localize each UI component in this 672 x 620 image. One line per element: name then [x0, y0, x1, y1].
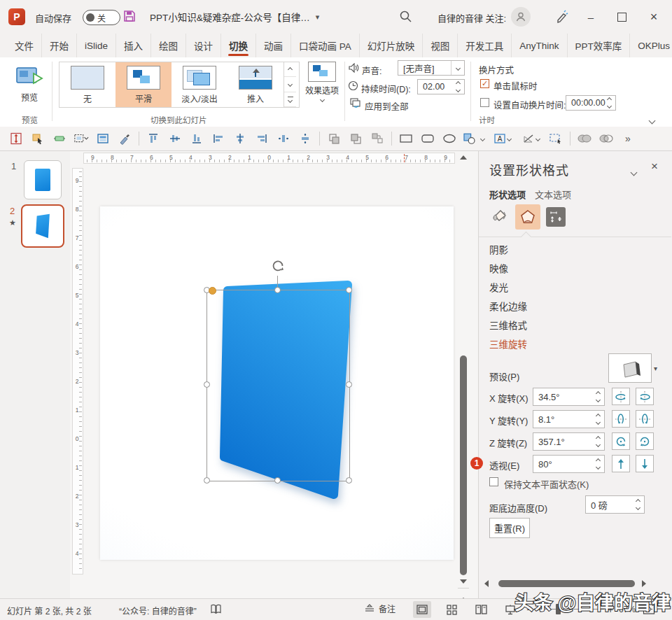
- tab-view[interactable]: 视图: [423, 34, 458, 57]
- reset-button[interactable]: 重置(R): [489, 518, 530, 538]
- y-rotate-down-button[interactable]: [636, 410, 654, 428]
- on-click-label[interactable]: 单击鼠标时: [493, 79, 538, 92]
- x-rotate-right-button[interactable]: [636, 388, 654, 405]
- bring-forward-icon[interactable]: [326, 131, 342, 146]
- format-painter-icon[interactable]: [117, 131, 132, 146]
- text-box-icon[interactable]: A: [491, 131, 513, 146]
- panel-close-icon[interactable]: ×: [651, 160, 658, 174]
- select-object-icon[interactable]: [30, 131, 46, 146]
- section-3d-format[interactable]: 三维格式: [489, 318, 527, 332]
- duration-spinbox[interactable]: 02.00: [417, 79, 465, 94]
- distance-spinner[interactable]: [634, 496, 642, 513]
- tab-insert[interactable]: 插入: [116, 34, 151, 57]
- maximize-button[interactable]: [606, 0, 637, 34]
- more-tools-icon[interactable]: »: [620, 131, 636, 146]
- tab-ppt-library[interactable]: PPT效率库: [568, 34, 631, 57]
- panel-scroll-right-icon[interactable]: [642, 580, 646, 587]
- section-3d-rotation-active[interactable]: 三维旋转: [489, 337, 527, 351]
- size-properties-icon[interactable]: [546, 207, 566, 227]
- gallery-scroll-up[interactable]: [284, 62, 296, 77]
- auto-advance-spinner[interactable]: [605, 96, 613, 110]
- perspective-spinner[interactable]: [594, 456, 602, 472]
- avatar[interactable]: [511, 7, 531, 27]
- merge-shapes-union-icon[interactable]: [577, 131, 592, 146]
- z-rotation-spinner[interactable]: [594, 433, 602, 450]
- preset-preview-button[interactable]: [608, 353, 652, 383]
- close-button[interactable]: ×: [638, 0, 669, 34]
- panel-scroll-left-icon[interactable]: [484, 580, 489, 587]
- z-rotate-cw-button[interactable]: [636, 432, 654, 450]
- tab-islide[interactable]: iSlide: [77, 34, 116, 57]
- perspective-increase-button[interactable]: [612, 455, 630, 472]
- z-rotate-ccw-button[interactable]: [612, 432, 630, 450]
- y-rotation-spinner[interactable]: [594, 411, 602, 428]
- y-rotation-input[interactable]: 8.1°: [533, 410, 605, 428]
- slide-sorter-view-button[interactable]: [442, 601, 461, 618]
- resize-handle-e[interactable]: [346, 381, 352, 388]
- resize-handle-s[interactable]: [274, 477, 281, 484]
- x-rotation-spinner[interactable]: [594, 388, 602, 405]
- keep-text-flat-label[interactable]: 保持文本平面状态(K): [504, 477, 589, 491]
- align-middle-icon[interactable]: [167, 131, 183, 146]
- minimize-button[interactable]: –: [575, 0, 606, 34]
- shape-rectangle-icon[interactable]: [398, 131, 414, 146]
- effect-options-button[interactable]: 效果选项: [304, 62, 340, 111]
- distribute-shape-icon[interactable]: [52, 131, 67, 146]
- distribute-vertical-icon[interactable]: [298, 131, 313, 146]
- tab-animations[interactable]: 动画: [256, 34, 291, 57]
- preset-dropdown-icon[interactable]: ▾: [654, 365, 657, 372]
- align-top-icon[interactable]: [146, 131, 161, 146]
- pen-tools-icon[interactable]: [555, 9, 569, 23]
- x-rotation-input[interactable]: 34.5°: [533, 388, 605, 406]
- shape-ellipse-icon[interactable]: [442, 131, 457, 146]
- perspective-decrease-button[interactable]: [636, 455, 654, 472]
- rotate-handle[interactable]: [270, 258, 286, 274]
- slide-layout-icon[interactable]: [95, 131, 111, 146]
- transition-none[interactable]: 无: [59, 62, 115, 107]
- tab-anythink[interactable]: AnyThink: [512, 34, 567, 57]
- tab-transitions[interactable]: 切换: [221, 34, 256, 57]
- effects-icon-selected[interactable]: [515, 204, 540, 230]
- tab-draw[interactable]: 绘图: [151, 34, 186, 57]
- collapse-ribbon-icon[interactable]: [650, 113, 654, 126]
- arrange-group-icon[interactable]: [370, 131, 385, 146]
- tab-home[interactable]: 开始: [42, 34, 77, 57]
- section-glow[interactable]: 发光: [489, 280, 508, 294]
- scroll-up-icon[interactable]: [460, 155, 467, 160]
- align-bottom-icon[interactable]: [189, 131, 204, 146]
- duration-spinner[interactable]: [454, 80, 462, 94]
- distribute-horizontal-icon[interactable]: [276, 131, 291, 146]
- apply-all-label[interactable]: 应用到全部: [365, 99, 409, 113]
- tab-developer[interactable]: 开发工具: [458, 34, 512, 57]
- tab-okplus[interactable]: OKPlus 8.5: [630, 34, 672, 57]
- tab-slideshow[interactable]: 幻灯片放映: [360, 34, 424, 57]
- sound-select[interactable]: [无声音]: [398, 60, 465, 76]
- align-center-icon[interactable]: [232, 131, 248, 146]
- transition-fade[interactable]: 淡入/淡出: [172, 62, 227, 107]
- sound-dropdown-icon[interactable]: [451, 61, 464, 75]
- keep-text-flat-checkbox[interactable]: [489, 477, 498, 486]
- section-soft-edges[interactable]: 柔化边缘: [489, 299, 527, 313]
- align-right-icon[interactable]: [254, 131, 270, 146]
- line-shape-icon[interactable]: [519, 131, 542, 146]
- slide-1-thumbnail[interactable]: [24, 160, 62, 199]
- save-icon[interactable]: [123, 10, 136, 22]
- auto-advance-spinbox[interactable]: 00:00.00: [566, 95, 616, 111]
- app-icon[interactable]: P: [8, 8, 25, 25]
- freeform-select-icon[interactable]: [548, 131, 564, 146]
- autofit-height-icon[interactable]: [8, 131, 24, 146]
- tab-text-options[interactable]: 文本选项: [535, 188, 571, 201]
- y-rotate-up-button[interactable]: [612, 410, 630, 428]
- distance-from-ground-input[interactable]: 0 磅: [585, 495, 645, 514]
- resize-handle-n[interactable]: [274, 287, 281, 293]
- tab-file[interactable]: 文件: [7, 34, 42, 57]
- title-dropdown-icon[interactable]: ▾: [316, 13, 320, 22]
- normal-view-button[interactable]: [413, 601, 431, 618]
- send-backward-icon[interactable]: [348, 131, 363, 146]
- resize-handle-se[interactable]: [346, 477, 352, 484]
- scroll-down-icon[interactable]: [460, 579, 467, 584]
- slide-2-thumbnail[interactable]: [21, 204, 64, 248]
- section-shadow[interactable]: 阴影: [489, 242, 508, 256]
- auto-advance-label[interactable]: 设置自动换片时间:: [493, 98, 566, 111]
- tab-pocket-animation[interactable]: 口袋动画 PA: [291, 34, 360, 57]
